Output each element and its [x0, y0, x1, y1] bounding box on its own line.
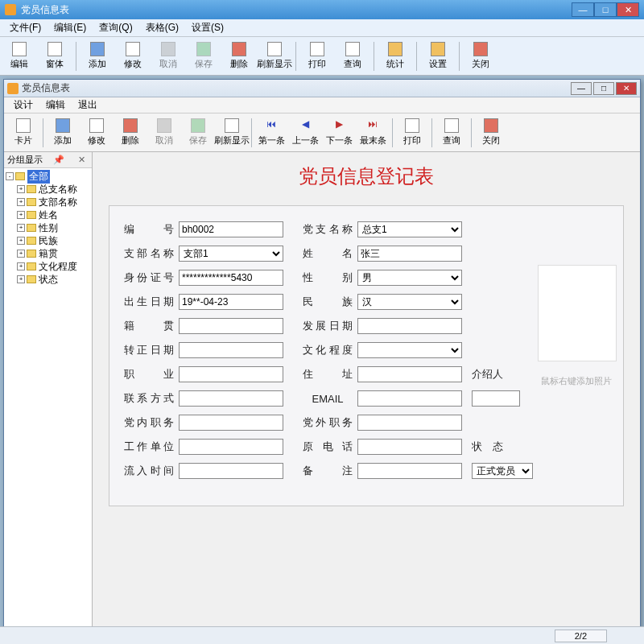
label-origin: 籍 贯 [124, 319, 174, 333]
toolbar-label: 查询 [443, 134, 460, 147]
search-button[interactable]: 查询 [436, 117, 468, 148]
tree-label: 状态 [39, 273, 58, 287]
menu-item[interactable]: 文件(F) [3, 19, 47, 36]
expand-icon[interactable]: + [17, 262, 25, 270]
minimize-button[interactable]: — [572, 2, 594, 17]
refresh-icon [225, 118, 239, 133]
expand-icon[interactable]: + [17, 211, 25, 219]
gender-select[interactable]: 男 [357, 270, 462, 286]
menu-item[interactable]: 查询(Q) [93, 19, 138, 36]
card-button[interactable]: 卡片 [7, 117, 39, 148]
close-button[interactable]: ✕ [617, 2, 639, 17]
expand-icon[interactable]: + [17, 185, 25, 193]
save-button[interactable]: 保存 [188, 40, 220, 72]
settings-button[interactable]: 设置 [422, 40, 454, 72]
inner-minimize-button[interactable]: — [571, 82, 592, 95]
toolbar-label: 统计 [386, 58, 404, 70]
label-addr: 住 址 [303, 367, 353, 382]
menu-item[interactable]: 表格(G) [139, 19, 185, 36]
expand-icon[interactable]: - [6, 172, 14, 180]
expand-icon[interactable]: + [17, 275, 25, 283]
close-button[interactable]: 关闭 [475, 117, 507, 148]
close-button[interactable]: 关闭 [464, 40, 497, 72]
dutyin-input[interactable] [179, 415, 283, 431]
dutyout-input[interactable] [357, 415, 462, 431]
refresh-button[interactable]: 刷新显示 [258, 40, 291, 72]
add-button[interactable]: 添加 [47, 117, 79, 148]
devdate-input[interactable] [357, 318, 462, 334]
search-button[interactable]: 查询 [336, 40, 369, 72]
menu-item[interactable]: 编辑(E) [47, 19, 93, 36]
prev-button[interactable]: ◀上一条 [289, 117, 321, 148]
job-input[interactable] [179, 366, 283, 382]
status-select[interactable]: 正式党员 [472, 463, 533, 479]
label-intro: 介绍人 [472, 367, 503, 382]
next-button[interactable]: ▶下一条 [323, 117, 355, 148]
name-input[interactable] [357, 246, 462, 262]
expand-icon[interactable]: + [17, 198, 25, 206]
contact-input[interactable] [179, 390, 283, 407]
add-button[interactable]: 添加 [81, 40, 114, 72]
tree-node[interactable]: +支部名称 [6, 196, 90, 208]
label-phone: 原电话 [303, 440, 353, 454]
sidebar-pin-icon[interactable]: 📌 [50, 155, 68, 165]
tree-node[interactable]: +姓名 [6, 208, 90, 221]
birth-input[interactable] [179, 294, 283, 310]
expand-icon[interactable]: + [17, 250, 25, 258]
form-button[interactable]: 窗体 [39, 40, 71, 72]
expand-icon[interactable]: + [17, 237, 25, 245]
maximize-button[interactable]: □ [594, 2, 617, 17]
print-icon [310, 42, 324, 56]
stats-button[interactable]: 统计 [379, 40, 411, 72]
sidebar-close-icon[interactable]: ✕ [75, 155, 89, 165]
tree-root[interactable]: -全部 [6, 170, 90, 183]
delete-button[interactable]: 删除 [114, 117, 147, 148]
menu-item[interactable]: 设计 [7, 97, 39, 113]
tree-node[interactable]: +总支名称 [6, 183, 90, 196]
inner-close-button[interactable]: ✕ [616, 82, 637, 95]
expand-icon[interactable]: + [17, 224, 25, 232]
edu-select[interactable] [357, 342, 462, 358]
addr-input[interactable] [357, 366, 462, 382]
tree-node[interactable]: +民族 [6, 234, 90, 247]
modify-button[interactable]: 修改 [80, 117, 113, 148]
id-input[interactable] [179, 221, 283, 237]
delete-button[interactable]: 删除 [223, 40, 255, 72]
workunit-input[interactable] [179, 439, 283, 455]
email-input[interactable] [357, 390, 462, 407]
save-icon [191, 118, 205, 133]
phone-input[interactable] [357, 439, 462, 455]
sidebar-tree[interactable]: -全部+总支名称+支部名称+姓名+性别+民族+籍贯+文化程度+状态 [4, 168, 92, 634]
photo-placeholder[interactable] [538, 265, 617, 361]
folder-icon [27, 224, 36, 232]
cancel-button[interactable]: 取消 [148, 117, 180, 148]
menu-item[interactable]: 编辑 [39, 97, 72, 113]
refresh-button[interactable]: 刷新显示 [216, 117, 248, 148]
cancel-button[interactable]: 取消 [152, 40, 184, 72]
remark-input[interactable] [357, 463, 462, 479]
inflow-input[interactable] [179, 463, 283, 479]
first-button[interactable]: ⏮第一条 [255, 117, 287, 148]
tree-node[interactable]: +籍贯 [6, 247, 90, 260]
edit-button[interactable]: 编辑 [3, 40, 35, 72]
print-button[interactable]: 打印 [301, 40, 333, 72]
tree-node[interactable]: +性别 [6, 221, 90, 234]
tree-node[interactable]: +状态 [6, 273, 90, 286]
menu-item[interactable]: 退出 [72, 97, 104, 113]
tree-node[interactable]: +文化程度 [6, 260, 90, 273]
idcard-input[interactable] [179, 270, 283, 286]
branch-sub-select[interactable]: 支部1 [179, 246, 283, 262]
next-icon: ▶ [332, 118, 346, 133]
inner-maximize-button[interactable]: □ [593, 82, 614, 95]
cancel-icon [161, 42, 175, 56]
last-button[interactable]: ⏭最末条 [357, 117, 389, 148]
modify-button[interactable]: 修改 [117, 40, 149, 72]
intro-input[interactable] [472, 390, 520, 407]
origin-input[interactable] [179, 318, 283, 334]
print-button[interactable]: 打印 [396, 117, 428, 148]
transdate-input[interactable] [179, 342, 283, 358]
branch-main-select[interactable]: 总支1 [357, 221, 462, 237]
save-button[interactable]: 保存 [182, 117, 214, 148]
nation-select[interactable]: 汉 [357, 294, 462, 310]
menu-item[interactable]: 设置(S) [185, 19, 230, 36]
